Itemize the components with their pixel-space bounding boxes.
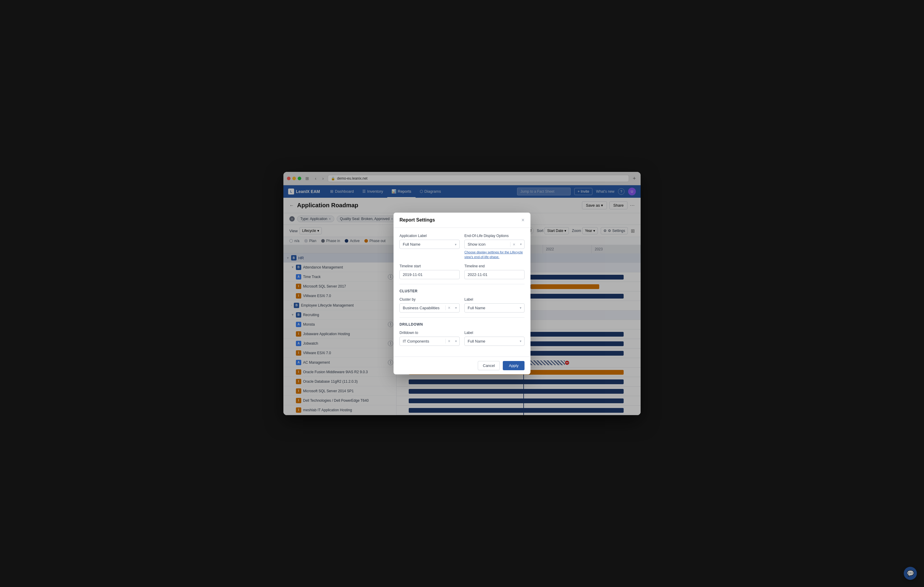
cluster-section-title: CLUSTER (399, 289, 525, 293)
drilldown-to-select-wrapper: IT Components × ▾ (399, 337, 460, 346)
cluster-label-select[interactable]: Full Name (464, 303, 525, 312)
modal-body: Application Label Full Name End-Of-Life … (394, 228, 530, 357)
eof-display-clear-button[interactable]: × (510, 242, 518, 247)
drilldown-label-select-wrapper: Full Name (464, 337, 525, 346)
modal-footer: Cancel Apply (394, 357, 530, 374)
form-row-2: Timeline start Timeline end (399, 264, 525, 279)
eof-display-hint[interactable]: Choose display settings for the Lifecycl… (464, 250, 525, 259)
app-label-group: Application Label Full Name (399, 234, 460, 259)
cluster-by-arrow-icon: ▾ (453, 306, 459, 310)
timeline-start-group: Timeline start (399, 264, 460, 279)
drilldown-label-select[interactable]: Full Name (464, 337, 525, 346)
timeline-end-input[interactable] (464, 270, 525, 279)
modal-overlay[interactable]: Report Settings × Application Label Full… (0, 0, 924, 587)
cluster-by-select-wrapper: Business Capabilities × ▾ (399, 303, 460, 312)
modal-header: Report Settings × (394, 213, 530, 228)
cluster-label-select-wrapper: Full Name (464, 303, 525, 312)
apply-button[interactable]: Apply (503, 361, 525, 370)
eof-display-group: End-Of-Life Display Options Show icon × … (464, 234, 525, 259)
form-row-drilldown: Drilldown to IT Components × ▾ Label Ful… (399, 330, 525, 346)
cluster-label-group: Label Full Name (464, 298, 525, 312)
report-settings-modal: Report Settings × Application Label Full… (394, 213, 530, 374)
cluster-by-group: Cluster by Business Capabilities × ▾ (399, 298, 460, 312)
app-label-select-wrapper: Full Name (399, 240, 460, 249)
app-label-field-label: Application Label (399, 234, 460, 238)
form-row-1: Application Label Full Name End-Of-Life … (399, 234, 525, 259)
cluster-by-select[interactable]: Business Capabilities (400, 304, 446, 312)
eof-display-select-wrapper: Show icon × ▾ (464, 240, 525, 249)
eof-display-arrow-icon: ▾ (518, 242, 524, 246)
drilldown-to-clear-button[interactable]: × (446, 339, 453, 344)
cluster-label-label: Label (464, 298, 525, 301)
form-row-cluster: Cluster by Business Capabilities × ▾ Lab… (399, 298, 525, 312)
drilldown-label-label: Label (464, 330, 525, 335)
drilldown-to-group: Drilldown to IT Components × ▾ (399, 330, 460, 346)
timeline-end-group: Timeline end (464, 264, 525, 279)
eof-display-label: End-Of-Life Display Options (464, 234, 525, 238)
drilldown-section-title: DRILLDOWN (399, 322, 525, 327)
eof-display-select[interactable]: Show icon (465, 240, 510, 248)
drilldown-to-label: Drilldown to (399, 330, 460, 335)
drilldown-to-arrow-icon: ▾ (453, 339, 459, 343)
cluster-by-label: Cluster by (399, 298, 460, 301)
app-label-select[interactable]: Full Name (399, 240, 460, 249)
drilldown-to-select[interactable]: IT Components (400, 337, 446, 345)
cluster-by-clear-button[interactable]: × (446, 306, 453, 310)
modal-close-button[interactable]: × (521, 217, 525, 223)
drilldown-label-group: Label Full Name (464, 330, 525, 346)
timeline-start-input[interactable] (399, 270, 460, 279)
cancel-button[interactable]: Cancel (478, 361, 500, 370)
timeline-end-label: Timeline end (464, 264, 525, 268)
timeline-start-label: Timeline start (399, 264, 460, 268)
modal-title: Report Settings (399, 217, 435, 223)
